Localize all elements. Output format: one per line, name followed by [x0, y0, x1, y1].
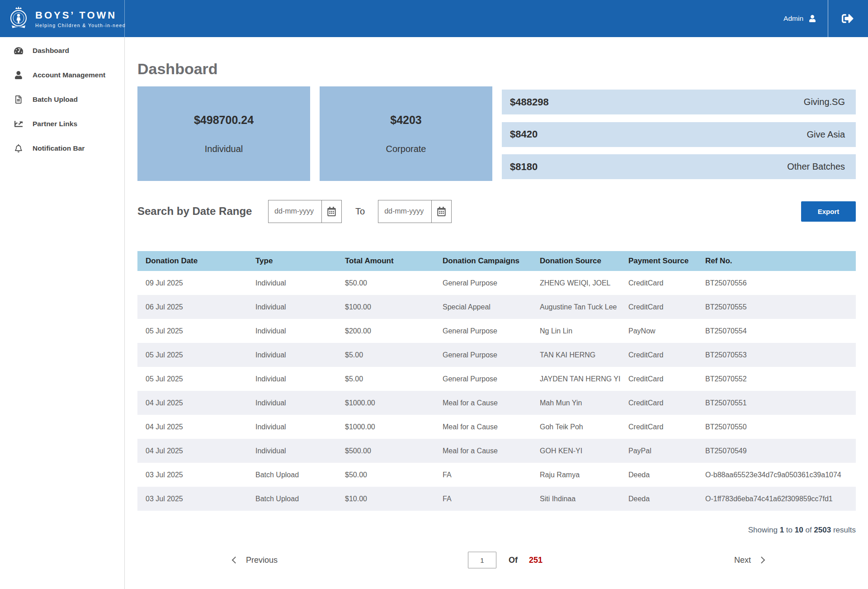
table-cell: Meal for a Cause: [443, 415, 540, 439]
export-button[interactable]: Export: [801, 201, 856, 222]
table-cell: Goh Teik Poh: [540, 415, 628, 439]
table-cell: Deeda: [628, 487, 705, 511]
table-cell: CreditCard: [628, 295, 705, 319]
app-header: BOYS’ TOWN Helping Children & Youth-in-n…: [0, 0, 868, 37]
date-from-field: [268, 200, 342, 223]
table-cell: Raju Ramya: [540, 463, 628, 487]
stat-card-individual: $498700.24 Individual: [137, 86, 310, 181]
table-cell: Batch Upload: [255, 463, 345, 487]
table-cell: $5.00: [345, 343, 443, 367]
next-page-button[interactable]: Next: [734, 556, 764, 565]
page-number-input[interactable]: [468, 552, 496, 569]
column-header: Type: [255, 251, 345, 271]
table-cell: Meal for a Cause: [443, 391, 540, 415]
table-cell: Special Appeal: [443, 295, 540, 319]
table-cell: Individual: [255, 415, 345, 439]
results-summary: Showing 1 to 10 of 2503 results: [137, 526, 856, 535]
table-cell: CreditCard: [628, 415, 705, 439]
bell-icon: [14, 144, 24, 152]
stat-label: Give Asia: [807, 129, 845, 140]
sign-out-icon: [841, 13, 854, 24]
date-range-to-label: To: [355, 206, 365, 217]
summary-from: 1: [780, 526, 784, 534]
table-row: 03 Jul 2025Batch Upload$10.00FASiti Ihdi…: [137, 487, 856, 511]
stat-bar-other-batches: $8180 Other Batches: [502, 154, 856, 179]
table-cell: BT25070554: [705, 319, 856, 343]
table-row: 09 Jul 2025Individual$50.00General Purpo…: [137, 271, 856, 295]
table-cell: Individual: [255, 391, 345, 415]
table-cell: BT25070552: [705, 367, 856, 391]
sidebar-item-partner-links[interactable]: Partner Links: [0, 112, 124, 136]
table-cell: BT25070550: [705, 415, 856, 439]
sidebar-item-account-management[interactable]: Account Management: [0, 63, 124, 87]
table-cell: General Purpose: [443, 271, 540, 295]
table-cell: Individual: [255, 271, 345, 295]
table-cell: Mah Mun Yin: [540, 391, 628, 415]
table-cell: $1000.00: [345, 415, 443, 439]
table-cell: $10.00: [345, 487, 443, 511]
table-cell: 03 Jul 2025: [137, 487, 255, 511]
table-cell: Siti Ihdinaa: [540, 487, 628, 511]
page-title: Dashboard: [137, 60, 856, 78]
stat-bar-give-asia: $8420 Give Asia: [502, 122, 856, 147]
previous-page-button[interactable]: Previous: [233, 556, 278, 565]
table-cell: Batch Upload: [255, 487, 345, 511]
table-row: 05 Jul 2025Individual$200.00General Purp…: [137, 319, 856, 343]
of-label: Of: [509, 556, 518, 565]
date-to-input[interactable]: [378, 200, 431, 223]
table-row: 04 Jul 2025Individual$1000.00Meal for a …: [137, 391, 856, 415]
date-from-picker-button[interactable]: [321, 200, 341, 223]
total-pages: 251: [529, 556, 542, 565]
sidebar-item-label: Partner Links: [33, 120, 77, 128]
stat-value: $8420: [510, 128, 538, 140]
table-cell: PayPal: [628, 439, 705, 463]
table-cell: 04 Jul 2025: [137, 415, 255, 439]
table-cell: Deeda: [628, 463, 705, 487]
summary-text: of: [805, 526, 811, 534]
pagination: Previous Of 251 Next: [137, 550, 856, 570]
chevron-left-icon: [232, 556, 239, 564]
logout-button[interactable]: [828, 0, 868, 37]
brand-tagline: Helping Children & Youth-in-need: [35, 23, 126, 28]
table-cell: $500.00: [345, 439, 443, 463]
sidebar-item-label: Batch Upload: [33, 95, 78, 104]
header-right: Admin: [772, 0, 868, 37]
table-cell: 03 Jul 2025: [137, 463, 255, 487]
sidebar-item-batch-upload[interactable]: Batch Upload: [0, 87, 124, 112]
table-cell: Meal for a Cause: [443, 439, 540, 463]
boys-town-logo-icon: [6, 5, 31, 32]
table-cell: Individual: [255, 439, 345, 463]
search-by-date-row: Search by Date Range To Export: [137, 200, 856, 223]
stat-value: $4203: [390, 114, 422, 127]
stat-value: $8180: [510, 161, 538, 173]
sidebar-item-label: Notification Bar: [33, 144, 85, 152]
table-cell: CreditCard: [628, 391, 705, 415]
table-cell: BT25070551: [705, 391, 856, 415]
table-cell: BT25070555: [705, 295, 856, 319]
table-cell: BT25070549: [705, 439, 856, 463]
chevron-right-icon: [758, 556, 765, 564]
sidebar: Dashboard Account Management Batch Uploa…: [0, 37, 125, 589]
stat-label: Individual: [205, 144, 243, 154]
table-cell: 05 Jul 2025: [137, 319, 255, 343]
date-from-input[interactable]: [269, 200, 321, 223]
admin-menu[interactable]: Admin: [772, 0, 828, 37]
table-cell: General Purpose: [443, 367, 540, 391]
file-icon: [14, 95, 24, 104]
user-icon: [809, 15, 816, 22]
table-cell: Individual: [255, 295, 345, 319]
table-cell: FA: [443, 463, 540, 487]
table-cell: FA: [443, 487, 540, 511]
table-cell: $100.00: [345, 295, 443, 319]
summary-total: 2503: [814, 526, 831, 534]
sidebar-item-notification-bar[interactable]: Notification Bar: [0, 136, 124, 161]
date-to-picker-button[interactable]: [431, 200, 451, 223]
sidebar-item-dashboard[interactable]: Dashboard: [0, 38, 124, 63]
admin-label: Admin: [783, 14, 803, 23]
column-header: Donation Campaigns: [443, 251, 540, 271]
gauge-icon: [14, 47, 24, 55]
table-cell: PayNow: [628, 319, 705, 343]
table-cell: 05 Jul 2025: [137, 343, 255, 367]
table-cell: BT25070556: [705, 271, 856, 295]
table-cell: CreditCard: [628, 367, 705, 391]
